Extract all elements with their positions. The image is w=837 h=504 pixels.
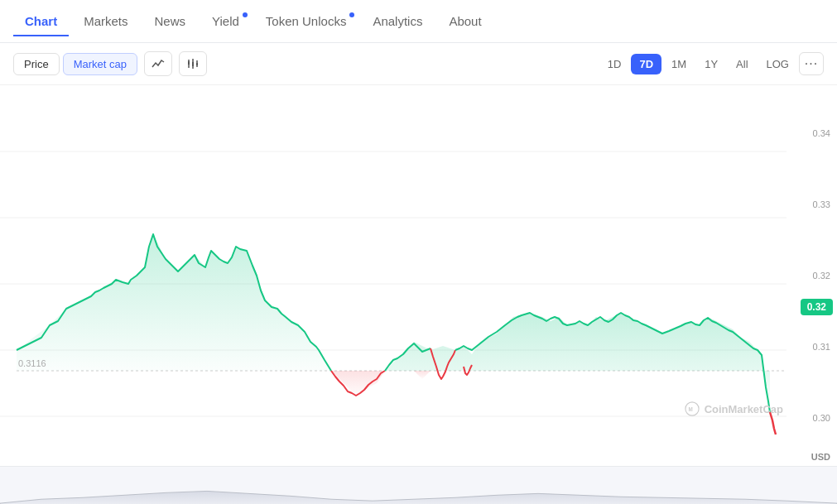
price-button[interactable]: Price bbox=[13, 53, 60, 75]
tab-analytics[interactable]: Analytics bbox=[361, 7, 434, 36]
svg-rect-5 bbox=[196, 63, 198, 65]
tab-about[interactable]: About bbox=[437, 7, 493, 36]
y-axis: 0.34 0.33 0.32 0.31 0.30 bbox=[791, 85, 837, 466]
line-chart-icon[interactable] bbox=[144, 51, 172, 76]
cmc-logo-icon: M bbox=[685, 401, 700, 416]
more-options-button[interactable]: ··· bbox=[799, 52, 824, 75]
time-1d[interactable]: 1D bbox=[599, 54, 630, 74]
y-label-031: 0.31 bbox=[798, 342, 830, 352]
watermark-text: CoinMarketCap bbox=[705, 403, 783, 415]
watermark: M CoinMarketCap bbox=[685, 401, 783, 416]
mini-chart-svg bbox=[0, 467, 837, 504]
y-label-034: 0.34 bbox=[798, 128, 830, 138]
main-chart: 0.3116 0.34 0.33 0.32 0.31 0.30 0.32 M C… bbox=[0, 85, 837, 466]
time-1y[interactable]: 1Y bbox=[696, 54, 726, 74]
tab-markets[interactable]: Markets bbox=[72, 7, 139, 36]
svg-text:0.3116: 0.3116 bbox=[18, 358, 46, 368]
time-all[interactable]: All bbox=[728, 54, 756, 74]
tab-news[interactable]: News bbox=[143, 7, 198, 36]
svg-rect-3 bbox=[192, 62, 194, 66]
chart-toolbar: Price Market cap 1D 7D 1M 1Y All LOG ··· bbox=[0, 43, 837, 85]
currency-label: USD bbox=[811, 452, 830, 462]
market-cap-button[interactable]: Market cap bbox=[63, 53, 137, 75]
y-label-032: 0.32 bbox=[798, 271, 830, 281]
y-label-033: 0.33 bbox=[798, 199, 830, 209]
time-7d[interactable]: 7D bbox=[631, 54, 661, 74]
time-1m[interactable]: 1M bbox=[663, 54, 695, 74]
y-label-030: 0.30 bbox=[798, 413, 830, 423]
data-type-group: Price Market cap bbox=[13, 53, 137, 75]
tab-yield[interactable]: Yield bbox=[200, 7, 251, 36]
token-unlocks-dot bbox=[349, 12, 354, 17]
nav-tabs: Chart Markets News Yield Token Unlocks A… bbox=[0, 0, 837, 43]
candlestick-icon[interactable] bbox=[179, 51, 207, 76]
svg-rect-1 bbox=[188, 61, 190, 65]
yield-dot bbox=[243, 12, 248, 17]
tab-chart[interactable]: Chart bbox=[13, 7, 69, 36]
tab-token-unlocks[interactable]: Token Unlocks bbox=[254, 7, 358, 36]
current-price-badge: 0.32 bbox=[801, 299, 833, 315]
svg-text:M: M bbox=[688, 406, 692, 412]
time-range-group: 1D 7D 1M 1Y All LOG ··· bbox=[599, 52, 824, 75]
time-log[interactable]: LOG bbox=[758, 54, 797, 74]
mini-chart bbox=[0, 466, 837, 504]
